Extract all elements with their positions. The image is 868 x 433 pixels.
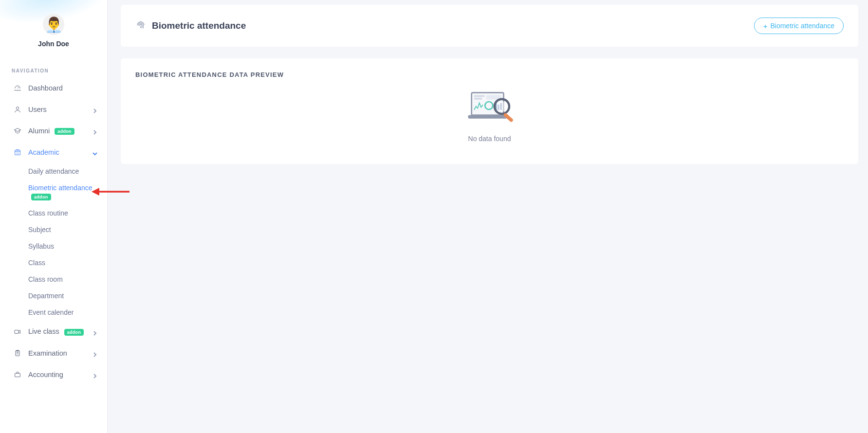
page-header: Biometric attendance + Biometric attenda… [121,5,858,47]
plus-icon: + [763,22,768,30]
addon-badge: addon [64,329,84,336]
chevron-down-icon [92,150,97,155]
sidebar-item-label: Users [28,106,47,113]
fingerprint-icon [135,20,146,31]
dashboard-icon [14,84,21,92]
empty-state-text: No data found [135,135,844,143]
subnav-class[interactable]: Class [28,254,107,271]
sidebar: 👨‍💼 John Doe NAVIGATION Dashboard Users [0,0,107,433]
sidebar-item-label: Live class [28,327,59,335]
chevron-right-icon [92,372,97,377]
clipboard-icon [14,349,21,357]
page-title: Biometric attendance [152,20,246,31]
svg-rect-10 [474,98,482,100]
chevron-right-icon [92,329,97,334]
user-name: John Doe [0,40,107,48]
sidebar-item-label: Examination [28,349,67,357]
main-content: Biometric attendance + Biometric attenda… [107,0,868,433]
addon-badge: addon [55,128,74,135]
empty-state-illustration [463,90,517,129]
sidebar-item-accounting[interactable]: Accounting [0,364,107,385]
graduation-cap-icon [14,127,21,135]
subnav-department[interactable]: Department [28,288,107,304]
subnav-biometric-attendance[interactable]: Biometric attendance addon [28,180,107,205]
building-icon [14,148,21,156]
sidebar-header: 👨‍💼 John Doe [0,0,107,54]
svg-rect-1 [15,150,20,155]
briefcase-icon [14,371,21,379]
subnav-event-calender[interactable]: Event calender [28,304,107,321]
svg-rect-2 [15,330,18,333]
user-icon [14,106,21,113]
sidebar-item-academic[interactable]: Academic [0,142,107,163]
empty-state: No data found [135,78,844,143]
svg-rect-9 [474,95,484,97]
subnav-class-routine[interactable]: Class routine [28,205,107,221]
sidebar-item-dashboard[interactable]: Dashboard [0,77,107,99]
button-label: Biometric attendance [770,22,834,30]
subnav-subject[interactable]: Subject [28,221,107,238]
sidebar-item-label: Accounting [28,371,63,379]
subnav-item-label: Biometric attendance [28,184,92,192]
svg-rect-4 [15,373,20,377]
nav-section-label: NAVIGATION [0,54,107,77]
svg-point-0 [16,107,18,109]
sidebar-item-label: Alumni [28,127,50,135]
addon-badge: addon [31,194,51,200]
subnav-class-room[interactable]: Class room [28,271,107,288]
chevron-right-icon [92,107,97,112]
data-preview-card: BIOMETRIC ATTENDANCE DATA PREVIEW [121,58,858,164]
svg-point-17 [497,101,507,111]
sidebar-item-live-class[interactable]: Live class addon [0,321,107,342]
add-biometric-attendance-button[interactable]: + Biometric attendance [754,18,844,34]
svg-rect-8 [468,115,507,119]
card-title: BIOMETRIC ATTENDANCE DATA PREVIEW [135,71,844,78]
page-title-wrap: Biometric attendance [135,20,246,31]
sidebar-item-alumni[interactable]: Alumni addon [0,120,107,142]
sidebar-item-users[interactable]: Users [0,99,107,120]
subnav-daily-attendance[interactable]: Daily attendance [28,163,107,180]
subnav-syllabus[interactable]: Syllabus [28,238,107,254]
sidebar-item-examination[interactable]: Examination [0,343,107,364]
chevron-right-icon [92,128,97,133]
academic-subnav: Daily attendance Biometric attendance ad… [0,163,107,321]
chevron-right-icon [92,351,97,356]
avatar[interactable]: 👨‍💼 [43,14,64,35]
video-icon [14,328,21,336]
sidebar-item-label: Academic [28,148,59,156]
sidebar-item-label: Dashboard [28,84,63,92]
